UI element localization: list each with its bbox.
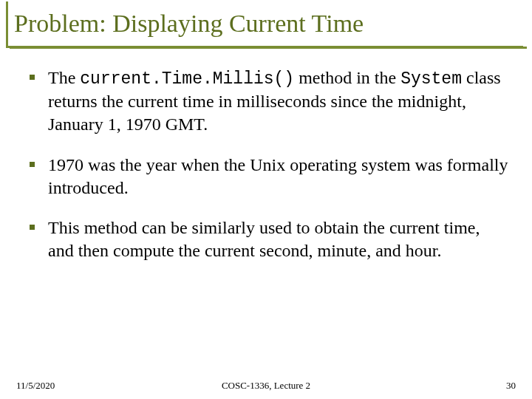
text-run: method in the [294,68,400,87]
list-item: 1970 was the year when the Unix operatin… [30,154,510,199]
list-item: The current.Time.Millis() method in the … [30,66,510,136]
bullet-text: 1970 was the year when the Unix operatin… [48,154,510,199]
bullet-text: This method can be similarly used to obt… [48,216,510,262]
footer-center: COSC-1336, Lecture 2 [0,380,532,392]
code-run: System [400,69,462,89]
bullet-text: The current.Time.Millis() method in the … [48,66,510,136]
code-run: current.Time.Millis() [80,69,294,89]
list-item: This method can be similarly used to obt… [30,216,510,262]
bullet-icon [30,75,35,80]
footer-page: 30 [506,380,516,392]
title-underline [6,46,523,48]
text-run: The [48,68,80,87]
title-accent: Problem: Displaying Current Time [6,1,364,46]
slide: Problem: Displaying Current Time The cur… [0,0,532,399]
bullet-icon [30,162,35,167]
bullet-icon [30,225,35,230]
slide-title: Problem: Displaying Current Time [14,10,364,37]
slide-body: The current.Time.Millis() method in the … [30,66,510,280]
footer: 11/5/2020 COSC-1336, Lecture 2 30 [0,377,532,392]
